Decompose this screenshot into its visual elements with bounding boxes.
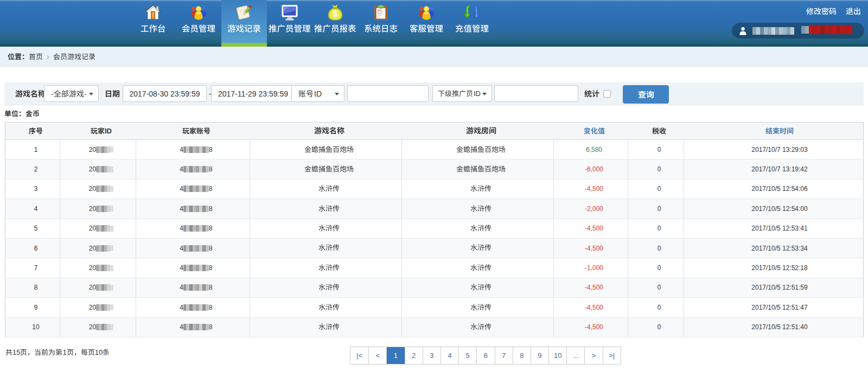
svg-text:$: $	[333, 9, 338, 18]
